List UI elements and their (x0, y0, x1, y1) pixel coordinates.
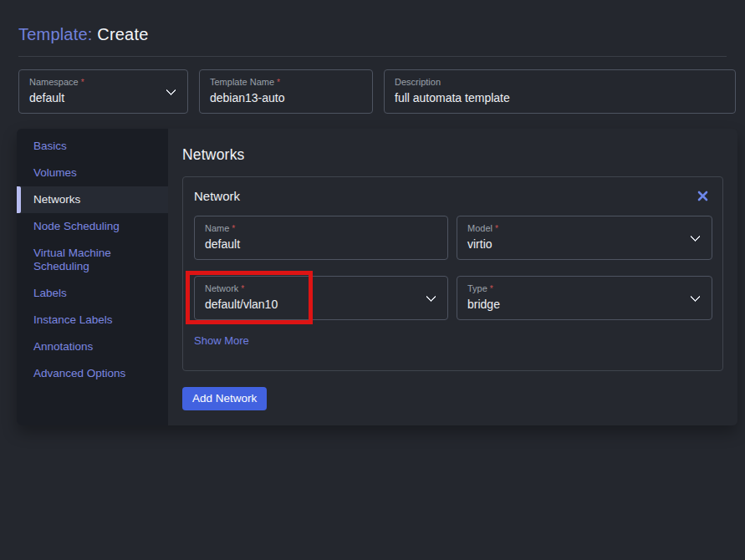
sidebar-item-annotations[interactable]: Annotations (17, 333, 168, 360)
header-divider (18, 56, 727, 57)
active-indicator (17, 186, 21, 213)
model-value: virtio (467, 237, 702, 252)
required-asterisk: * (277, 78, 280, 87)
template-name-label: Template Name* (210, 77, 362, 88)
required-asterisk: * (241, 284, 244, 293)
network-value: default/vlan10 (205, 297, 437, 312)
network-name-input[interactable]: Name* default (194, 216, 448, 260)
section-sidebar: Basics Volumes Networks Node Scheduling … (17, 129, 168, 425)
namespace-select[interactable]: Namespace* default (18, 69, 188, 114)
network-card-title: Network (194, 189, 240, 203)
networks-tab-content: Networks Network Name* default (168, 129, 737, 425)
description-value: full automata template (395, 90, 725, 105)
sidebar-item-networks[interactable]: Networks (17, 186, 168, 213)
namespace-value: default (29, 90, 177, 105)
network-label: Network* (205, 283, 437, 294)
top-form-row: Namespace* default Template Name* debian… (18, 69, 736, 114)
network-card-header: Network (194, 188, 712, 204)
required-asterisk: * (495, 224, 498, 233)
model-label: Model* (467, 223, 702, 234)
page-header: Template: Create (0, 0, 745, 44)
sidebar-item-instance-labels[interactable]: Instance Labels (17, 307, 168, 333)
template-name-value: debian13-auto (210, 90, 362, 105)
required-asterisk: * (490, 284, 493, 293)
section-heading: Networks (182, 146, 723, 164)
page-title: Template: Create (18, 25, 727, 44)
sidebar-item-labels[interactable]: Labels (17, 280, 168, 307)
type-select[interactable]: Type* bridge (457, 276, 712, 320)
network-card: Network Name* default Model* (182, 176, 723, 371)
close-icon (697, 190, 709, 202)
sidebar-item-vm-scheduling[interactable]: Virtual Machine Scheduling (17, 240, 168, 280)
network-select[interactable]: Network* default/vlan10 (194, 276, 448, 320)
type-value: bridge (467, 297, 702, 312)
add-network-button[interactable]: Add Network (182, 387, 267, 410)
sidebar-item-node-scheduling[interactable]: Node Scheduling (17, 213, 168, 240)
page-title-suffix: Create (97, 25, 148, 43)
sidebar-item-basics[interactable]: Basics (17, 133, 168, 160)
model-select[interactable]: Model* virtio (457, 216, 712, 260)
namespace-label: Namespace* (29, 77, 177, 88)
required-asterisk: * (81, 78, 84, 87)
network-fields-grid: Name* default Model* virtio Network* def… (194, 216, 712, 320)
required-asterisk: * (232, 224, 235, 233)
template-name-input[interactable]: Template Name* debian13-auto (199, 69, 373, 114)
name-value: default (205, 237, 437, 252)
type-label: Type* (467, 283, 702, 294)
sidebar-item-volumes[interactable]: Volumes (17, 160, 168, 186)
page-title-prefix: Template: (18, 25, 93, 43)
show-more-link[interactable]: Show More (194, 334, 249, 347)
description-label: Description (395, 77, 725, 88)
description-input[interactable]: Description full automata template (384, 69, 736, 114)
remove-network-button[interactable] (693, 188, 712, 204)
template-create-page: Template: Create Namespace* default Temp… (0, 0, 745, 560)
main-region: Basics Volumes Networks Node Scheduling … (17, 129, 737, 425)
name-label: Name* (205, 223, 437, 234)
sidebar-item-advanced-options[interactable]: Advanced Options (17, 360, 168, 387)
